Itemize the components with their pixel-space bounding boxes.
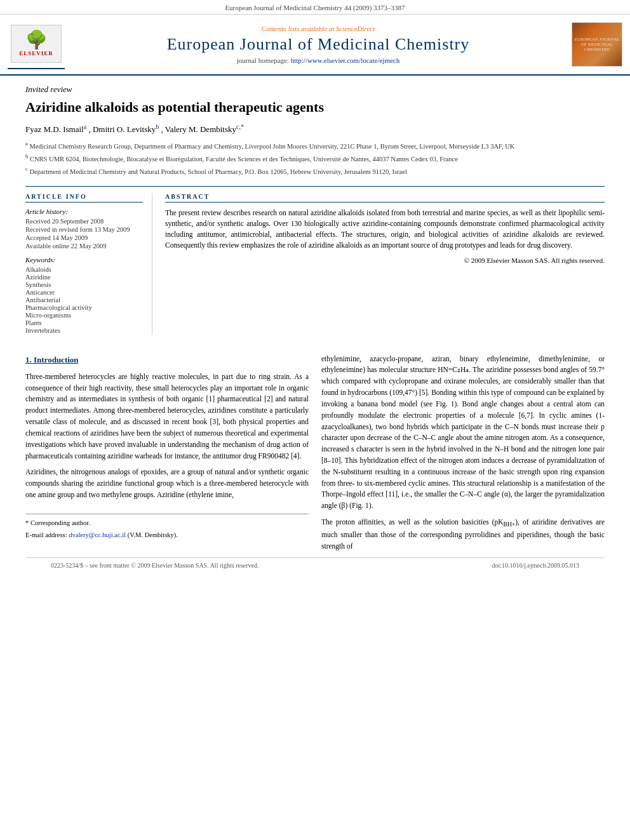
keyword-4: Anticancer <box>25 289 143 296</box>
sciencedirect-prefix: Contents lists available at <box>262 25 336 32</box>
body-right-col: ethylenimine, azacyclo-propane, aziran, … <box>321 354 605 557</box>
section-label: Invited review <box>25 84 605 95</box>
abstract-paragraph: The present review describes research on… <box>165 208 605 251</box>
affiliation-b: b CNRS UMR 6204, Biotechnologie, Biocata… <box>25 152 605 164</box>
keyword-7: Micro-organisms <box>25 312 143 319</box>
journal-cover-image: EUROPEAN JOURNAL OF MEDICINAL CHEMISTRY <box>572 22 622 67</box>
authors-line: Fyaz M.D. Ismaila , Dmitri O. Levitskyb … <box>25 123 605 135</box>
author1-sup: a <box>84 123 86 130</box>
citation-bar: European Journal of Medicinal Chemistry … <box>0 0 630 15</box>
affiliation-a-text: Medicinal Chemistry Research Group, Depa… <box>30 142 515 149</box>
email-note: E-mail address: dvalery@cc.huji.ac.il (V… <box>25 530 309 540</box>
article-main: Invited review Aziridine alkaloids as po… <box>0 76 630 354</box>
affiliation-c-text: Department of Medicinal Chemistry and Na… <box>30 168 407 175</box>
author3-sup: c,* <box>236 123 244 130</box>
right-para-2: The proton affinities, as well as the so… <box>321 517 605 552</box>
abstract-text: The present review describes research on… <box>165 208 605 251</box>
intro-heading-text: Introduction <box>34 355 79 364</box>
history-accepted: Accepted 14 May 2009 <box>25 234 143 241</box>
sciencedirect-link: Contents lists available at ScienceDirec… <box>65 25 572 32</box>
history-label: Article history: <box>25 208 143 215</box>
homepage-url[interactable]: http://www.elsevier.com/locate/ejmech <box>291 57 400 64</box>
issn-text: 0223-5234/$ – see front matter © 2009 El… <box>51 562 259 569</box>
keyword-1: Alkaloids <box>25 266 143 273</box>
affiliation-c: c Department of Medicinal Chemistry and … <box>25 165 605 177</box>
elsevier-brand-text: ELSEVIER <box>19 50 53 57</box>
author3-name: , Valery M. Dembitsky <box>161 124 236 134</box>
homepage-prefix: journal homepage: <box>237 57 291 64</box>
affiliation-a: a Medicinal Chemistry Research Group, De… <box>25 140 605 151</box>
footnote-section: * Corresponding author. E-mail address: … <box>25 514 309 541</box>
intro-heading: 1. Introduction <box>25 354 309 366</box>
affiliations: a Medicinal Chemistry Research Group, De… <box>25 140 605 177</box>
journal-center: Contents lists available at ScienceDirec… <box>65 25 572 64</box>
sciencedirect-name[interactable]: ScienceDirect <box>336 25 375 32</box>
doi-text: doi:10.1016/j.ejmech.2009.05.013 <box>492 562 580 569</box>
intro-para-2: Aziridines, the nitrogenous analogs of e… <box>25 467 309 500</box>
article-info-heading: ARTICLE INFO <box>25 193 143 203</box>
copyright-notice: © 2009 Elsevier Masson SAS. All rights r… <box>165 257 605 264</box>
citation-text: European Journal of Medicinal Chemistry … <box>225 4 405 11</box>
keyword-5: Antibacterial <box>25 297 143 303</box>
journal-header: 🌳 ELSEVIER Contents lists available at S… <box>0 15 630 76</box>
journal-title: European Journal of Medicinal Chemistry <box>65 35 572 54</box>
history-online: Available online 22 May 2009 <box>25 243 143 250</box>
right-para-1: ethylenimine, azacyclo-propane, aziran, … <box>321 354 605 512</box>
keywords-label: Keywords: <box>25 256 143 263</box>
history-revised: Received in revised form 13 May 2009 <box>25 226 143 233</box>
author2-sup: b <box>156 123 159 130</box>
author2-name: , Dmitri O. Levitsky <box>88 124 156 134</box>
elsevier-logo-container: 🌳 ELSEVIER <box>8 20 65 69</box>
elsevier-tree-icon: 🌳 <box>25 31 48 49</box>
main-content: 1. Introduction Three-membered heterocyc… <box>0 354 630 573</box>
keyword-8: Plants <box>25 319 143 326</box>
affiliation-b-text: CNRS UMR 6204, Biotechnologie, Biocataly… <box>30 156 458 163</box>
email-label: E-mail address: <box>25 531 69 538</box>
keyword-6: Pharmacological activity <box>25 304 143 311</box>
email-suffix: (V.M. Dembitsky). <box>126 531 178 538</box>
corresponding-author-note: * Corresponding author. <box>25 518 309 528</box>
body-left-col: 1. Introduction Three-membered heterocyc… <box>25 354 309 557</box>
keyword-9: Invertebrates <box>25 327 143 334</box>
article-info-abstract-section: ARTICLE INFO Article history: Received 2… <box>25 186 605 335</box>
intro-para-1: Three-membered heterocycles are highly r… <box>25 371 309 462</box>
body-two-col: 1. Introduction Three-membered heterocyc… <box>25 354 605 557</box>
keyword-2: Aziridine <box>25 274 143 281</box>
abstract-column: ABSTRACT The present review describes re… <box>165 193 605 335</box>
elsevier-logo-box: 🌳 ELSEVIER <box>11 25 62 63</box>
history-received: Received 20 September 2008 <box>25 218 143 225</box>
abstract-heading: ABSTRACT <box>165 193 605 203</box>
intro-number: 1. <box>25 355 32 364</box>
author1-name: Fyaz M.D. Ismail <box>25 124 84 134</box>
journal-homepage: journal homepage: http://www.elsevier.co… <box>65 57 572 64</box>
keyword-3: Synthesis <box>25 281 143 288</box>
bottom-bar: 0223-5234/$ – see front matter © 2009 El… <box>25 557 605 573</box>
article-info-column: ARTICLE INFO Article history: Received 2… <box>25 193 152 335</box>
article-title: Aziridine alkaloids as potential therape… <box>25 98 605 117</box>
email-link[interactable]: dvalery@cc.huji.ac.il <box>69 531 126 538</box>
